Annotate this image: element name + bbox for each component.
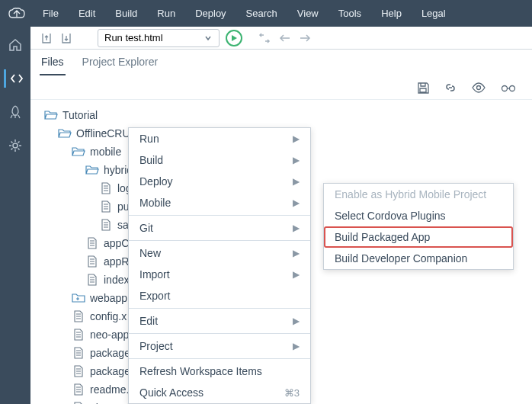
chevron-right-icon: ▶ — [293, 341, 300, 351]
svg-point-3 — [510, 85, 515, 91]
file-icon — [85, 255, 99, 268]
menu-legal[interactable]: Legal — [412, 3, 455, 24]
file-icon — [85, 237, 99, 249]
svg-point-1 — [477, 85, 481, 89]
folder-add-icon — [72, 293, 85, 303]
code-icon[interactable] — [4, 69, 24, 88]
save-icon[interactable] — [416, 81, 430, 95]
menu-tools[interactable]: Tools — [329, 3, 370, 24]
context-menu: Run▶Build▶Deploy▶Mobile▶Git▶New▶Import▶E… — [128, 127, 311, 404]
glasses-icon[interactable] — [500, 81, 517, 95]
nav-forward-icon[interactable] — [299, 33, 311, 43]
rocket-icon[interactable] — [6, 103, 24, 121]
link-icon[interactable] — [444, 81, 457, 95]
sm-select-cordova-plugins[interactable]: Select Cordova Plugins — [324, 205, 513, 226]
cm-export[interactable]: Export — [129, 285, 310, 306]
tree-label: appR — [104, 255, 129, 268]
tree-row[interactable]: Tutorial — [34, 106, 529, 124]
sm-build-packaged-app[interactable]: Build Packaged App — [324, 226, 513, 248]
mobile-submenu: Enable as Hybrid Mobile ProjectSelect Co… — [323, 183, 514, 270]
nav-arrows — [258, 33, 311, 43]
tree-label: neo-app — [90, 329, 129, 341]
panel-tabs: Files Project Explorer — [30, 50, 532, 75]
app-logo — [8, 7, 26, 21]
tab-files[interactable]: Files — [40, 50, 66, 75]
sm-build-developer-companion[interactable]: Build Developer Companion — [324, 248, 513, 269]
nav-sync-icon[interactable] — [258, 33, 271, 43]
import-icon[interactable] — [40, 31, 53, 45]
file-icon — [72, 383, 85, 396]
cm-git[interactable]: Git▶ — [129, 217, 310, 239]
chevron-right-icon: ▶ — [293, 248, 300, 258]
cm-label: Export — [139, 290, 170, 302]
menu-separator — [129, 308, 310, 309]
tree-label: webapp — [90, 292, 127, 304]
file-icon — [99, 182, 113, 194]
menu-separator — [129, 240, 310, 241]
activity-bar — [0, 27, 30, 404]
cm-import[interactable]: Import▶ — [129, 264, 310, 285]
gear-icon[interactable] — [6, 136, 24, 155]
cm-refresh-workspace-items[interactable]: Refresh Workspace Items — [129, 361, 310, 382]
cm-edit[interactable]: Edit▶ — [129, 310, 310, 332]
chevron-right-icon: ▶ — [293, 133, 300, 144]
menu-help[interactable]: Help — [372, 3, 411, 24]
menu-deploy[interactable]: Deploy — [186, 3, 235, 24]
cm-label: Edit — [139, 315, 158, 327]
export-icon[interactable] — [59, 31, 73, 45]
run-config-dropdown[interactable]: Run test.html — [98, 29, 220, 47]
menu-view[interactable]: View — [288, 3, 328, 24]
cm-label: Git — [139, 222, 153, 234]
tree-label: mobile — [90, 146, 121, 158]
menu-edit[interactable]: Edit — [69, 3, 104, 24]
cm-new[interactable]: New▶ — [129, 242, 310, 264]
home-icon[interactable] — [6, 36, 24, 54]
cm-label: Build — [139, 154, 163, 166]
toolbar: Run test.html — [30, 27, 532, 50]
tree-label: index — [104, 274, 129, 286]
menu-search[interactable]: Search — [237, 3, 287, 24]
cm-label: Mobile — [139, 197, 171, 209]
run-config-label: Run test.html — [104, 32, 163, 43]
chevron-right-icon: ▶ — [293, 223, 300, 233]
cm-deploy[interactable]: Deploy▶ — [129, 171, 310, 192]
file-icon — [72, 329, 85, 341]
file-icon — [99, 219, 113, 231]
cm-quick-access[interactable]: Quick Access⌘3 — [129, 382, 310, 403]
menu-file[interactable]: File — [34, 3, 68, 24]
cm-project[interactable]: Project▶ — [129, 335, 310, 357]
menu-build[interactable]: Build — [106, 3, 146, 24]
folder-open-icon — [44, 110, 58, 120]
cm-mobile[interactable]: Mobile▶ — [129, 192, 310, 213]
svg-point-2 — [502, 85, 508, 91]
tree-toolbar — [30, 75, 532, 100]
file-icon — [99, 200, 113, 213]
tab-project-explorer[interactable]: Project Explorer — [81, 50, 160, 75]
nav-back-icon[interactable] — [279, 33, 291, 43]
menu-separator — [129, 358, 310, 359]
tree-label: Tutorial — [62, 109, 98, 121]
tree-label: package — [90, 347, 130, 359]
folder-open-icon — [72, 146, 85, 157]
menu-run[interactable]: Run — [148, 3, 184, 24]
file-icon — [72, 310, 85, 322]
cm-label: Import — [139, 268, 170, 281]
file-icon — [72, 365, 85, 377]
run-button[interactable] — [226, 30, 242, 46]
chevron-right-icon: ▶ — [293, 197, 300, 208]
cm-build[interactable]: Build▶ — [129, 149, 310, 171]
folder-open-icon — [58, 128, 72, 139]
chevron-right-icon: ▶ — [293, 155, 300, 165]
chevron-right-icon: ▶ — [293, 316, 300, 326]
file-icon — [72, 347, 85, 359]
tree-label: config.x — [90, 310, 127, 322]
cm-label: New — [139, 247, 161, 259]
chevron-right-icon: ▶ — [293, 176, 300, 187]
file-icon — [85, 274, 99, 286]
cm-label: Run — [139, 133, 159, 145]
cm-run[interactable]: Run▶ — [129, 128, 310, 149]
shortcut-label: ⌘3 — [284, 387, 300, 399]
menu-separator — [129, 333, 310, 334]
eye-icon[interactable] — [471, 81, 486, 95]
sm-enable-as-hybrid-mobile-project: Enable as Hybrid Mobile Project — [324, 184, 513, 205]
